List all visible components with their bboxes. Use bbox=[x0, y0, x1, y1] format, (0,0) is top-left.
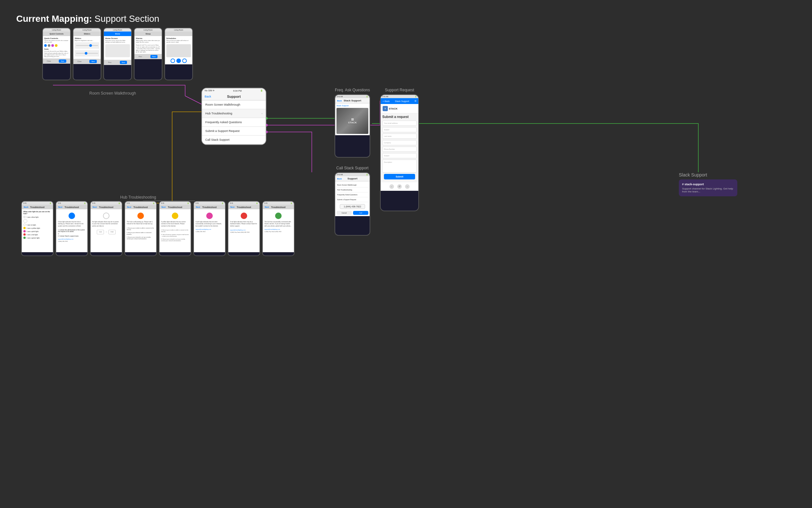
hp-content-1: What color light do you see on the hub? … bbox=[22, 209, 53, 252]
footer-icon-2[interactable]: ↺ bbox=[397, 184, 402, 189]
cancel-button[interactable]: Cancel bbox=[336, 211, 352, 215]
rp-back[interactable]: < Back bbox=[383, 100, 390, 102]
footer-1: Close Next bbox=[43, 58, 70, 64]
cp-back-button[interactable]: Back bbox=[337, 178, 342, 180]
phone-field[interactable]: Phone Number bbox=[382, 146, 417, 152]
title-light: Support Section bbox=[95, 14, 159, 24]
hp-content-2: A blue light indicates that the hub is s… bbox=[56, 209, 87, 252]
rp-nav: < Back Stack Support ☰ bbox=[381, 98, 418, 104]
call-phone-wrapper: Call Stack Support 9:41 AM 🔋 Back Suppor… bbox=[335, 166, 370, 236]
rp-footer: ← ↺ → bbox=[381, 182, 418, 191]
hp-content-8: The hub has successfully connected with … bbox=[263, 209, 294, 252]
hub-phone-3: 9:41 🔋 Next Troubleshoot No light indica… bbox=[90, 201, 123, 256]
walkthrough-phone-5: Living Room Schedules Plan out how your … bbox=[164, 28, 193, 80]
slack-support-label: Slack Support bbox=[679, 172, 737, 177]
logo-box: S bbox=[383, 106, 388, 111]
hp-nav-6: Next Troubleshoot bbox=[194, 205, 225, 209]
nav-3: Done bbox=[104, 32, 131, 36]
request-label: Support Request bbox=[380, 88, 419, 92]
time-display: 6:04 PM bbox=[233, 90, 242, 92]
email-field[interactable]: Your email address bbox=[382, 121, 417, 126]
menu-item-hub[interactable]: Hub Troubleshooting › bbox=[202, 109, 266, 118]
fp-status: 9:41 AM 🔋 bbox=[335, 95, 370, 98]
call-menu-item-4[interactable]: Submit a Support Request bbox=[336, 197, 368, 202]
content-2: Sliders Adjust the brightness and color.… bbox=[74, 36, 101, 59]
slack-support-wrapper: Slack Support # stack-support Support ch… bbox=[679, 172, 737, 196]
status-bar-1: Living Room bbox=[43, 28, 70, 32]
hp-content-4: The hub is still starting up. Please wai… bbox=[125, 209, 156, 252]
walkthrough-phone-4: Living Room Sleep Alarms Wake gently, wi… bbox=[134, 28, 162, 80]
content-4: Alarms Wake gently, with an alarm that e… bbox=[135, 36, 162, 54]
menu-item-walkthrough[interactable]: Room Screen Walkthrough bbox=[202, 100, 266, 109]
faq-link[interactable]: Stack Support bbox=[336, 104, 368, 107]
call-menu-item-3[interactable]: Frequently Asked Questions bbox=[336, 193, 368, 197]
faq-image: ⊞ STACK bbox=[336, 108, 368, 134]
menu-item-call[interactable]: Call Stack Support bbox=[202, 135, 266, 144]
fp-back-button[interactable]: Back bbox=[337, 100, 342, 102]
battery-icon: 🔋 bbox=[260, 89, 263, 92]
hp-status-2: 9:41 🔋 bbox=[56, 202, 87, 205]
description-textarea[interactable]: Description bbox=[382, 160, 417, 173]
hub-phone-5: 9:41 🔋 Next Troubleshoot A yellow light … bbox=[159, 201, 191, 256]
hub-label: Hub Troubleshooting bbox=[120, 195, 156, 200]
status-bar-5: Living Room bbox=[165, 28, 192, 32]
hub-phone-8: 9:41 🔋 Next Troubleshoot The hub has suc… bbox=[262, 201, 295, 256]
nav-2: Sliders bbox=[74, 32, 101, 36]
cp-nav: Back Support bbox=[335, 176, 370, 181]
hp-status-6: 9:41 🔋 bbox=[194, 202, 225, 205]
status-bar-4: Living Room bbox=[135, 28, 162, 32]
hp-content-3: No light indicates there may be no power… bbox=[91, 209, 122, 252]
company-field[interactable]: Company bbox=[382, 140, 417, 145]
request-phone: 9:41 AM 🔋 < Back Stack Support ☰ S STACK… bbox=[380, 94, 419, 211]
hub-phone-4: 9:41 🔋 Next Troubleshoot The hub is stil… bbox=[125, 201, 157, 256]
call-menu-item-1[interactable]: Room Screen Walkthrough bbox=[336, 183, 368, 187]
call-button[interactable]: Call bbox=[353, 211, 368, 215]
support-title: Support bbox=[227, 95, 241, 98]
hp-status-5: 9:41 🔋 bbox=[159, 202, 191, 205]
content-1: Quick Controls Choose the perfect mood f… bbox=[43, 36, 70, 58]
walkthrough-section: Living Room Quick Controls Quick Control… bbox=[42, 28, 193, 80]
support-nav-bar: Back Support bbox=[202, 93, 266, 100]
phone-number-display[interactable]: 1 (844) 438-7822 bbox=[340, 204, 365, 209]
nav-4: Sleep bbox=[135, 32, 162, 36]
form-title: Submit a request bbox=[382, 115, 417, 119]
subject-field[interactable]: Subject bbox=[382, 127, 417, 132]
call-menu-item-2[interactable]: Hub Troubleshooting bbox=[336, 187, 368, 193]
content-5: Schedules Plan out how your lights will … bbox=[165, 36, 192, 65]
support-menu-phone: No SIM ✈ 6:04 PM 🔋 Back Support Room Scr… bbox=[201, 88, 266, 145]
footer-icon-3[interactable]: → bbox=[405, 184, 410, 189]
cp-status: 9:41 AM 🔋 bbox=[335, 173, 370, 176]
rp-menu-icon[interactable]: ☰ bbox=[415, 100, 416, 102]
footer-3: Prev Next bbox=[104, 60, 131, 65]
call-phone: 9:41 AM 🔋 Back Support Room Screen Walkt… bbox=[335, 172, 370, 236]
hp-status-1: 9:41 🔋 bbox=[22, 202, 53, 205]
hp-status-4: 9:41 🔋 bbox=[125, 202, 156, 205]
hp-content-5: A yellow light indicates that we cannot … bbox=[159, 209, 191, 252]
subject2-field[interactable]: Subject bbox=[382, 153, 417, 158]
fp-content: Stack Support ⊞ STACK bbox=[335, 103, 370, 135]
hp-status-8: 9:41 🔋 bbox=[263, 202, 294, 205]
footer-icon-1[interactable]: ← bbox=[389, 184, 394, 189]
hp-nav-8: Next Troubleshoot bbox=[263, 205, 294, 209]
submit-button[interactable]: Submit bbox=[384, 174, 415, 179]
call-label: Call Stack Support bbox=[335, 166, 370, 170]
status-bar-3: Living Room bbox=[104, 28, 131, 32]
fp-title: Stack Support bbox=[344, 99, 361, 102]
lastname-field[interactable]: Last name bbox=[382, 134, 417, 139]
nav-1: Quick Controls bbox=[43, 32, 70, 36]
hp-status-3: 9:41 🔋 bbox=[91, 202, 122, 205]
faq-label: Freq. Ask Questions bbox=[335, 88, 370, 92]
request-phone-wrapper: Support Request 9:41 AM 🔋 < Back Stack S… bbox=[380, 88, 419, 211]
page-title: Current Mapping: Support Section bbox=[16, 14, 159, 24]
rp-logo-text: STACK bbox=[389, 107, 397, 110]
walkthrough-phone-3: Living Room Done Home Screen View your r… bbox=[103, 28, 132, 80]
walkthrough-phone-2: Living Room Sliders Sliders Adjust the b… bbox=[73, 28, 101, 80]
back-button[interactable]: Back bbox=[205, 95, 211, 98]
cp-content: Room Screen Walkthrough Hub Troubleshoot… bbox=[335, 181, 370, 216]
menu-item-faq[interactable]: Frequently Asked Questions bbox=[202, 118, 266, 127]
menu-item-request[interactable]: Submit a Support Request bbox=[202, 127, 266, 135]
hp-nav-1: Back Troubleshoot bbox=[22, 205, 53, 209]
fp-nav: Back Stack Support bbox=[335, 98, 370, 103]
rp-content: Submit a request Your email address Subj… bbox=[381, 114, 418, 182]
hub-section: 9:41 🔋 Back Troubleshoot What color ligh… bbox=[21, 201, 295, 256]
